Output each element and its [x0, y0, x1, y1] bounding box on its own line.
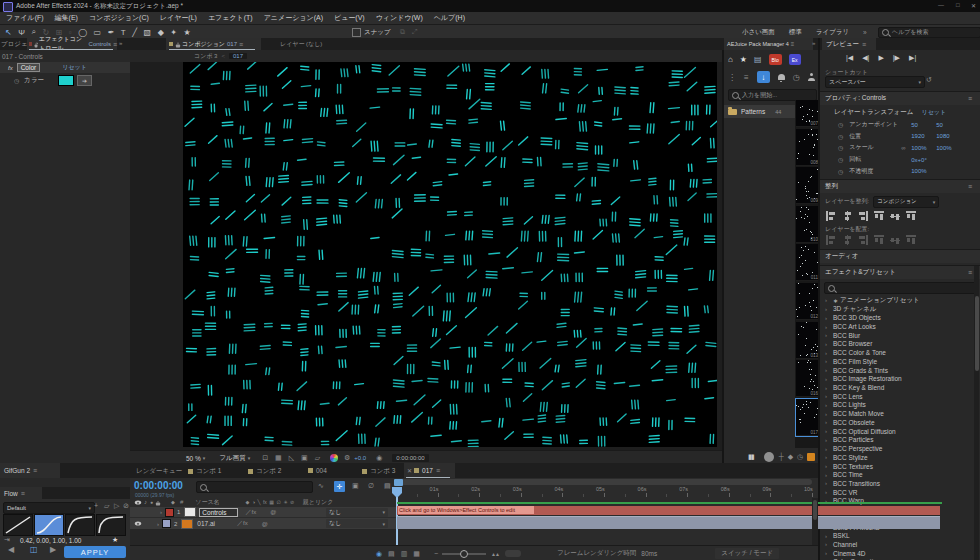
input-easing-icon[interactable]: ⇥	[4, 536, 10, 544]
home-icon[interactable]: ⌂	[728, 55, 733, 64]
graph-mode-icon[interactable]: ◫	[30, 545, 38, 554]
property-value-1[interactable]: 100%	[911, 145, 936, 151]
source-name-column[interactable]: ソース名	[195, 498, 219, 507]
pattern-thumb-016[interactable]: 016	[796, 360, 819, 397]
resolution-select[interactable]: フル画質	[219, 454, 245, 463]
sparkle-icon[interactable]: ◆	[788, 453, 793, 461]
blo-badge[interactable]: Blo	[769, 54, 782, 65]
tab-comp-コンポ 1[interactable]: コンポ 1	[188, 467, 221, 476]
properties-header[interactable]: プロパティ: Controls ≡	[820, 92, 980, 105]
eyedropper-button[interactable]: ➔	[77, 75, 92, 86]
clock-icon[interactable]: ◷	[797, 453, 803, 461]
add-preset-icon[interactable]: +	[94, 502, 98, 509]
channel-select-icon[interactable]	[330, 454, 338, 462]
tab-aejuice[interactable]: AEJuice Pack Manager 4 ≡	[724, 38, 813, 50]
pattern-thumb-013[interactable]: 013	[796, 322, 819, 359]
effects-category[interactable]: ›BCC Browser	[820, 340, 974, 349]
history-icon[interactable]: ◷	[793, 73, 800, 82]
effects-category[interactable]: ›BCC Grads & Tints	[820, 366, 974, 375]
zoom-in-icon[interactable]: ▲▲	[491, 551, 499, 557]
minimize-button[interactable]: —	[938, 2, 944, 8]
expand-transfer-icon[interactable]: ▤	[388, 550, 395, 558]
curve-preset-1[interactable]	[3, 514, 33, 536]
label-color-chip[interactable]	[165, 508, 174, 517]
zoom-select[interactable]: 50 %	[186, 455, 201, 462]
effects-category[interactable]: ›BCC Stylize	[820, 453, 974, 462]
switch-mode-button[interactable]: スイッチ / モード	[715, 548, 779, 559]
panel-menu-icon[interactable]: ≡	[21, 490, 25, 497]
menu-item[interactable]: 編集(E)	[55, 13, 78, 23]
align-target-select[interactable]: コンポジション ▾	[873, 196, 939, 208]
timeline-search-input[interactable]	[196, 481, 313, 493]
region-of-interest-icon[interactable]: ▣	[301, 454, 308, 462]
transform-row-4[interactable]: ◷不透明度100%	[820, 165, 980, 177]
crosshair-icon[interactable]: ┼	[779, 453, 784, 460]
panel-menu-icon[interactable]: ≡	[436, 467, 440, 474]
transform-row-0[interactable]: ◷アンカーポイント5050	[820, 119, 980, 131]
timeline-zoom-slider[interactable]	[442, 553, 486, 555]
layer-bar-controls[interactable]: Click and go to Windows>Effect Controls …	[397, 506, 940, 515]
tab-flow[interactable]: Flow ≡	[0, 487, 42, 499]
preview-size-icon[interactable]	[764, 452, 774, 462]
transport-1[interactable]: ◀|	[862, 54, 869, 62]
copy-preset-icon[interactable]: ▱	[104, 502, 109, 510]
shortcut-select[interactable]: スペースバー ▾	[825, 76, 925, 88]
composition-viewer[interactable]	[130, 62, 722, 450]
workspace-標準[interactable]: 標準	[789, 28, 802, 37]
transport-2[interactable]: ▶	[878, 54, 883, 62]
tab-render-queue[interactable]: レンダーキュー	[136, 467, 182, 476]
pattern-thumb-008[interactable]: 008	[796, 129, 819, 166]
effects-category[interactable]: ›BCC 3D Objects	[820, 313, 974, 322]
pickwhip-icon[interactable]: @	[270, 509, 276, 515]
gift-icon[interactable]	[807, 453, 815, 461]
motion-blur-icon[interactable]: ▤	[384, 482, 391, 490]
curve-preset-4[interactable]	[96, 514, 126, 536]
shy-layers-icon[interactable]: ▣	[352, 482, 359, 490]
download-icon[interactable]: ↓	[757, 71, 770, 83]
align-button-1[interactable]	[842, 211, 852, 221]
apply-button[interactable]: APPLY	[64, 546, 126, 558]
effects-category[interactable]: ›BCC Art Looks	[820, 322, 974, 331]
close-tab-icon[interactable]: ✕	[407, 467, 412, 474]
effects-scrollbar[interactable]	[974, 266, 979, 560]
transparency-grid-icon[interactable]: ▱	[315, 454, 320, 462]
effects-category[interactable]: ›BCC Perspective	[820, 444, 974, 453]
ex-badge[interactable]: Ex	[789, 54, 801, 65]
audio-header[interactable]: オーディオ	[820, 250, 980, 263]
pickwhip-icon[interactable]: @	[262, 521, 268, 527]
tab-comp-017-active[interactable]: ✕ 017 ≡	[404, 463, 455, 478]
timeline-timecode[interactable]: 0:00:00:00	[134, 480, 183, 491]
effects-category[interactable]: ›BCC Particles	[820, 436, 974, 445]
layer-name-controls[interactable]: Controls	[199, 508, 237, 517]
file-icon[interactable]: ▤	[754, 55, 762, 64]
property-value-2[interactable]: 50	[936, 122, 961, 128]
distribute-button-2[interactable]	[858, 235, 868, 245]
effect-header-row[interactable]: fx Color リセット	[0, 62, 130, 73]
menu-item[interactable]: ヘルプ(H)	[434, 13, 465, 23]
stopwatch-icon[interactable]: ◷	[14, 77, 19, 84]
draft-3d-icon[interactable]: ✛	[334, 481, 345, 492]
expand-inout-icon[interactable]: ▥	[401, 550, 408, 558]
effects-category[interactable]: ›BCC Blur	[820, 331, 974, 340]
prev-curve-icon[interactable]: ◀	[8, 545, 14, 554]
next-curve-icon[interactable]: ▶	[50, 545, 56, 554]
pattern-thumb-009[interactable]: 009	[796, 167, 819, 204]
effects-category[interactable]: ›∗アニメーションプリセット	[820, 296, 974, 305]
transport-0[interactable]: |◀	[846, 54, 853, 62]
effects-category[interactable]: ›BCC Match Move	[820, 409, 974, 418]
effects-category[interactable]: ›BCC Time	[820, 470, 974, 479]
help-search-input[interactable]: ヘルプを検索	[878, 27, 980, 38]
panel-menu-icon[interactable]: ≡	[239, 41, 243, 48]
menu-item[interactable]: ウィンドウ(W)	[376, 13, 423, 23]
zoom-pill[interactable]	[505, 550, 521, 557]
render-time-icon[interactable]: ▦	[413, 550, 420, 558]
effects-category[interactable]: ›BCC Transitions	[820, 479, 974, 488]
parent-select[interactable]: なし▾	[326, 508, 388, 517]
transport-4[interactable]: ▶|	[909, 54, 916, 62]
snapshot-icon[interactable]: ◉	[376, 454, 382, 462]
exposure-value[interactable]: +0.0	[354, 455, 366, 461]
frame-blend-icon[interactable]: ∅	[368, 482, 374, 490]
property-value-1[interactable]: 50	[911, 122, 936, 128]
tool-icon-7[interactable]: ▭	[94, 28, 102, 37]
snap-features-icon[interactable]: ⤢	[412, 28, 418, 36]
